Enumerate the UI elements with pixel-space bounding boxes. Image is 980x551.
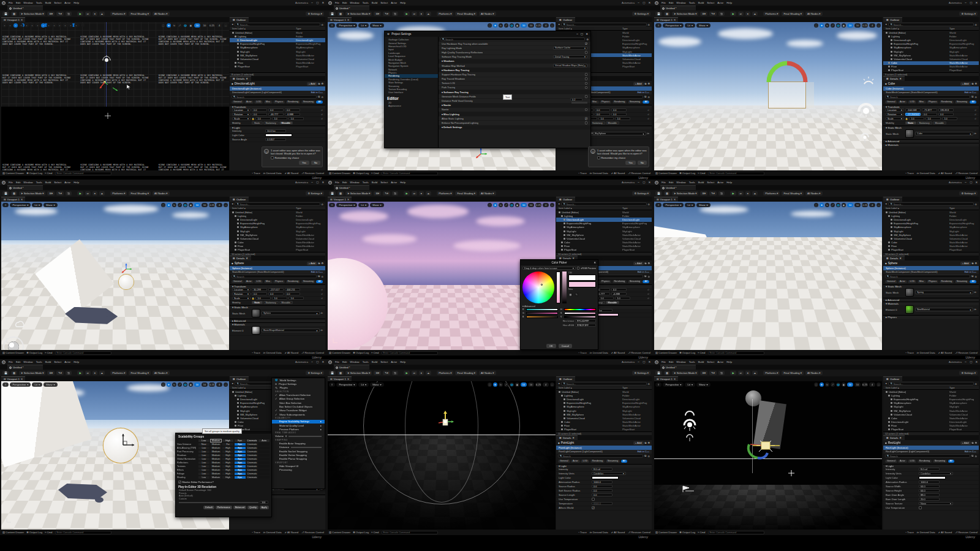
play-button[interactable]: ▶: [77, 191, 83, 196]
menu-item-tools[interactable]: Tools: [363, 360, 369, 363]
statusbar-output-log[interactable]: ≣Output Log: [353, 351, 369, 354]
cinematics-dropdown[interactable]: 🎬: [392, 12, 398, 16]
transform-value[interactable]: 1.0: [255, 297, 271, 300]
sphere-selected[interactable]: [119, 275, 134, 289]
stop-button[interactable]: ⏹: [745, 12, 750, 16]
chip-actor[interactable]: Actor: [898, 101, 907, 104]
translate-icon[interactable]: ✥: [493, 382, 497, 387]
chip-rendering[interactable]: Rendering: [940, 280, 954, 284]
menu-item-help[interactable]: Help: [400, 181, 405, 184]
cinematics-dropdown[interactable]: 🎬: [66, 191, 72, 196]
minimize-button[interactable]: –: [311, 360, 314, 363]
menu-item-actor[interactable]: Actor: [717, 360, 723, 363]
add-actor-dropdown[interactable]: ⊞▾: [374, 371, 381, 375]
transform-value[interactable]: 0.0: [285, 108, 300, 112]
blueprints-dropdown[interactable]: ✎▾: [709, 371, 717, 375]
statusbar-right-1[interactable]: 🗁Derived Data: [917, 351, 935, 354]
menu-item-help[interactable]: Help: [74, 360, 79, 363]
minimize-button[interactable]: –: [964, 1, 967, 4]
browse-button[interactable]: ▦: [11, 371, 17, 375]
details-search-input[interactable]: 🔍Search: [885, 454, 970, 458]
statusbar-cmd[interactable]: »Cmd: [371, 351, 379, 354]
stop-button[interactable]: ⏹: [745, 191, 750, 196]
menu-item-file[interactable]: File: [662, 360, 666, 363]
cancel-button[interactable]: Cancel: [559, 344, 572, 348]
viewport-tab[interactable]: ⊞Viewport 1✕: [1, 376, 25, 381]
add-component-button[interactable]: + Add: [633, 262, 644, 265]
snap-value-1[interactable]: 10: [202, 382, 208, 387]
menu-item-help[interactable]: Help: [400, 360, 405, 363]
statusbar-right-2[interactable]: ✔All Saved: [285, 531, 298, 534]
statusbar-right-2[interactable]: ✔All Saved: [285, 351, 298, 354]
toolbar-dropdown-0[interactable]: Platforms▾: [437, 12, 453, 16]
mobility-movable[interactable]: Movable: [933, 121, 946, 125]
screen-percentage-value[interactable]: 100: [260, 501, 268, 504]
cinematics-dropdown[interactable]: 🎬: [718, 371, 725, 375]
statusbar-content-drawer[interactable]: ▤Content Drawer: [329, 172, 350, 175]
stop-button[interactable]: ⏹: [92, 12, 97, 16]
browse-button[interactable]: ▦: [337, 12, 344, 16]
details-tab[interactable]: ☰Details✕: [230, 256, 251, 260]
chip-misc[interactable]: Misc: [918, 101, 926, 104]
statusbar-right-2[interactable]: ✔All Saved: [938, 531, 952, 534]
menu-item-help[interactable]: Help: [726, 360, 732, 363]
skip-button[interactable]: ⏭: [85, 12, 91, 16]
viewport-pill-show[interactable]: Show▾: [43, 382, 58, 387]
play-button[interactable]: ▶: [730, 12, 736, 16]
statusbar-content-drawer[interactable]: ▤Content Drawer: [655, 351, 677, 354]
reset-icon[interactable]: ↺: [647, 289, 649, 291]
statusbar-right-1[interactable]: 🗁Derived Data: [263, 351, 282, 354]
menu-item-build[interactable]: Build: [45, 181, 51, 184]
menu-item-select[interactable]: Select: [54, 360, 61, 363]
browse-icon[interactable]: 🗁: [974, 132, 977, 135]
snap-value-2[interactable]: 0.25: [209, 203, 215, 207]
edit-cpp-link[interactable]: Edit in C++: [311, 270, 323, 273]
edit-cpp-link[interactable]: Edit in C++: [311, 91, 323, 94]
dialog-window-button[interactable]: ✕: [586, 32, 588, 36]
lock-icon[interactable]: 🔒: [252, 118, 254, 120]
add-component-button[interactable]: + Add: [307, 82, 317, 86]
blueprints-dropdown[interactable]: ✎▾: [383, 12, 390, 16]
transform-value[interactable]: 1.0: [925, 117, 941, 120]
menu-item-build[interactable]: Build: [698, 181, 704, 184]
outliner-tab[interactable]: ☰Outliner: [883, 376, 902, 381]
toolbar-dropdown-2[interactable]: All Nodes▾: [479, 371, 496, 375]
play-button[interactable]: ▶: [404, 12, 409, 16]
menu-item-edit[interactable]: Edit: [669, 360, 673, 363]
transform-value[interactable]: 0.0: [285, 292, 300, 295]
menu-item-tools[interactable]: Tools: [363, 1, 369, 4]
blueprints-dropdown[interactable]: ✎▾: [56, 371, 64, 375]
chip-streaming[interactable]: Streaming: [955, 101, 969, 104]
menu-item-tools[interactable]: Tools: [36, 360, 42, 363]
chip-rendering[interactable]: Rendering: [940, 101, 954, 104]
save-preset-icon[interactable]: 🖫: [318, 275, 320, 278]
maximize-button[interactable]: ▢: [643, 1, 646, 4]
world-icon[interactable]: 🌐: [836, 382, 840, 387]
selection-mode-dropdown[interactable]: ➤Selection Mode▾: [19, 371, 45, 375]
menu-item-help[interactable]: Help: [726, 1, 732, 4]
snap-value-1[interactable]: 10: [202, 203, 208, 207]
chip-general[interactable]: General: [885, 280, 897, 284]
toolbar-dropdown-1[interactable]: Final Shading▾: [455, 191, 477, 196]
add-actor-dropdown[interactable]: ⊞▾: [374, 191, 381, 196]
transform-value[interactable]: 1.0: [288, 297, 304, 300]
outliner-tab[interactable]: ☰Outliner: [556, 17, 575, 22]
minimize-button[interactable]: –: [637, 1, 640, 4]
edit-cpp-link[interactable]: Edit in C++: [965, 450, 976, 453]
dialog-window-button[interactable]: –: [576, 32, 578, 36]
scale-icon[interactable]: ⤢: [178, 382, 182, 387]
chip-physics[interactable]: Physics: [927, 280, 938, 284]
console-input[interactable]: Enter Console Command: [55, 531, 111, 534]
mobility-stationary[interactable]: Stationary: [263, 301, 279, 305]
viewport-pill-perspective[interactable]: Perspective▾: [10, 382, 31, 387]
menu-item-build[interactable]: Build: [45, 360, 51, 363]
save-button[interactable]: 💾: [329, 191, 336, 196]
chip-all[interactable]: All: [970, 280, 976, 284]
statusbar-right-3[interactable]: ⎇Revision Control: [955, 351, 978, 354]
eject-button[interactable]: ⏏: [752, 191, 758, 196]
world-icon[interactable]: 🌐: [836, 203, 840, 207]
toolbar-dropdown-1[interactable]: Final Shading▾: [129, 371, 150, 375]
blueprint-convert-icon[interactable]: ⧉: [972, 82, 974, 85]
reset-icon[interactable]: ↺: [647, 118, 649, 120]
display-options-icon[interactable]: ⚙: [648, 275, 650, 278]
